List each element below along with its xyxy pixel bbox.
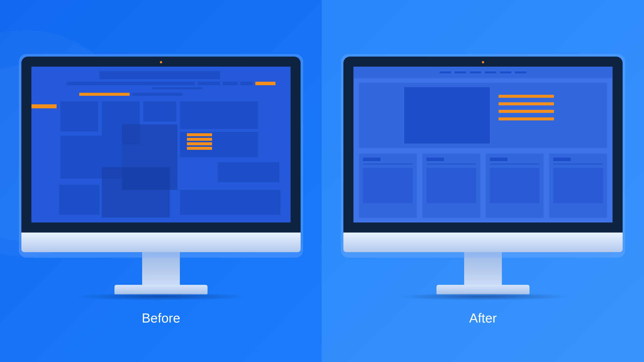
wireframe-block [143,101,176,121]
monitor-frame [21,57,301,233]
after-label: After [469,310,497,326]
card-title-block [363,158,381,161]
before-label: Before [142,310,180,326]
card-body-block [363,168,413,203]
wireframe-highlight [187,138,212,141]
monitor-chin [343,233,623,252]
wireframe-block [180,101,258,129]
wireframe-highlight [187,133,212,136]
wireframe-highlight [187,147,212,150]
nav-item [470,71,481,73]
wireframe-block [67,82,195,85]
wireframe-block [132,93,182,96]
card-rule [553,164,603,164]
content-card [422,154,480,218]
screen-before [31,67,291,222]
content-card [486,154,544,218]
cards-row [359,154,607,218]
wireframe-block [223,82,238,85]
top-nav [353,67,613,78]
wireframe-highlight [31,104,57,108]
card-title-block [426,158,444,161]
hero-text-line [499,95,554,98]
content-card [549,154,607,218]
wireframe-block [218,162,279,182]
monitor-shadow [73,293,249,300]
monitor-before [21,57,301,300]
wireframe-block [99,71,220,79]
before-panel: Before [0,0,322,362]
nav-item [500,71,511,73]
nav-item [515,71,527,73]
after-panel: After [322,0,644,362]
card-title-block [490,158,507,161]
camera-icon [160,61,162,63]
hero-section [359,83,607,148]
wireframe-highlight [255,82,275,85]
hero-image-block [404,87,490,144]
monitor-after [343,57,623,300]
wireframe-block [180,190,280,215]
content-card [359,154,417,218]
camera-icon [482,61,484,63]
monitor-chin [21,233,301,252]
nav-item [439,71,451,73]
monitor-frame [343,57,623,233]
hero-text-line [499,110,554,113]
wireframe-highlight [187,142,212,145]
wireframe-overlay [102,167,170,217]
screen-after [353,67,613,222]
hero-text-line [499,102,554,105]
nav-item [485,71,496,73]
wireframe-block [59,185,99,215]
card-title-block [553,158,571,161]
wireframe-block [152,87,203,89]
wireframe-highlight [79,93,130,96]
monitor-shadow [395,293,571,300]
card-body-block [426,168,476,203]
card-body-block [490,168,540,203]
card-body-block [553,168,603,203]
card-rule [490,164,540,164]
nav-item [455,71,466,73]
hero-text-line [499,117,554,120]
card-rule [426,164,476,164]
wireframe-block [60,101,98,131]
wireframe-block [197,82,220,85]
wireframe-block [240,82,253,85]
card-rule [363,164,413,164]
